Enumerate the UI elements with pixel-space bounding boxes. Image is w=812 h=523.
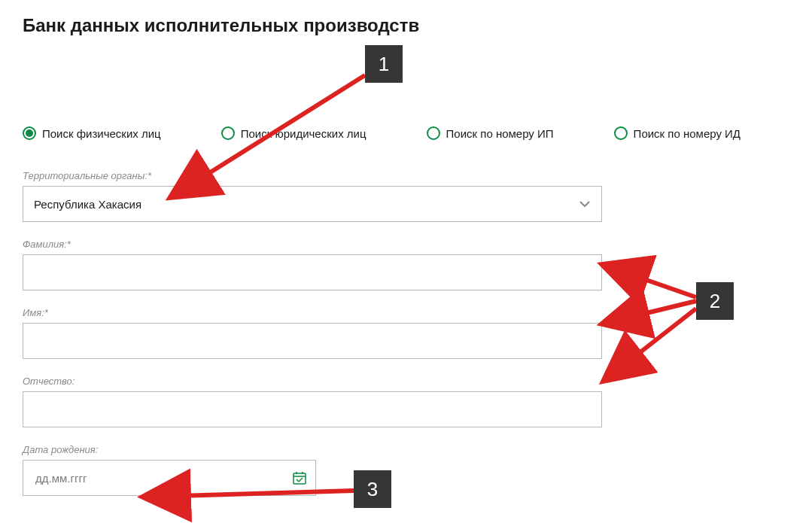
radio-dot-icon <box>614 126 628 140</box>
surname-input[interactable] <box>34 254 591 290</box>
radio-dot-icon <box>427 126 440 140</box>
search-form: Территориальные органы:* Республика Хака… <box>23 170 602 523</box>
name-input[interactable] <box>34 323 591 359</box>
radio-physical-label: Поиск физических лиц <box>42 127 161 140</box>
patronym-field-wrap <box>23 391 602 427</box>
chevron-down-icon <box>579 198 591 210</box>
radio-ip-number[interactable]: Поиск по номеру ИП <box>427 126 554 140</box>
territory-value: Республика Хакасия <box>34 198 141 211</box>
svg-line-6 <box>610 301 696 322</box>
patronym-input[interactable] <box>34 391 591 427</box>
annotation-callout-3: 3 <box>354 470 391 508</box>
surname-field-wrap <box>23 254 602 290</box>
annotation-callout-1: 1 <box>365 45 403 83</box>
search-type-radios: Поиск физических лиц Поиск юридических л… <box>23 126 789 140</box>
calendar-icon[interactable] <box>293 471 306 485</box>
svg-line-7 <box>610 309 696 376</box>
svg-line-5 <box>610 267 696 297</box>
name-label: Имя:* <box>23 307 602 318</box>
page-title: Банк данных исполнительных производств <box>23 15 789 36</box>
patronym-label: Отчество: <box>23 376 602 387</box>
radio-physical[interactable]: Поиск физических лиц <box>23 126 161 140</box>
svg-rect-0 <box>293 473 306 484</box>
birthdate-label: Дата рождения: <box>23 444 602 455</box>
territory-label: Территориальные органы:* <box>23 170 602 181</box>
radio-id-label: Поиск по номеру ИД <box>634 127 741 140</box>
radio-legal[interactable]: Поиск юридических лиц <box>221 126 366 140</box>
birthdate-field-wrap <box>23 460 316 496</box>
birthdate-input[interactable] <box>34 460 305 496</box>
surname-label: Фамилия:* <box>23 239 602 250</box>
radio-dot-icon <box>221 126 235 140</box>
annotation-callout-2: 2 <box>696 282 734 320</box>
radio-legal-label: Поиск юридических лиц <box>241 127 366 140</box>
name-field-wrap <box>23 323 602 359</box>
radio-ip-label: Поиск по номеру ИП <box>446 127 554 140</box>
radio-id-number[interactable]: Поиск по номеру ИД <box>614 126 741 140</box>
radio-dot-icon <box>23 126 36 140</box>
territory-select[interactable]: Республика Хакасия <box>23 186 602 222</box>
